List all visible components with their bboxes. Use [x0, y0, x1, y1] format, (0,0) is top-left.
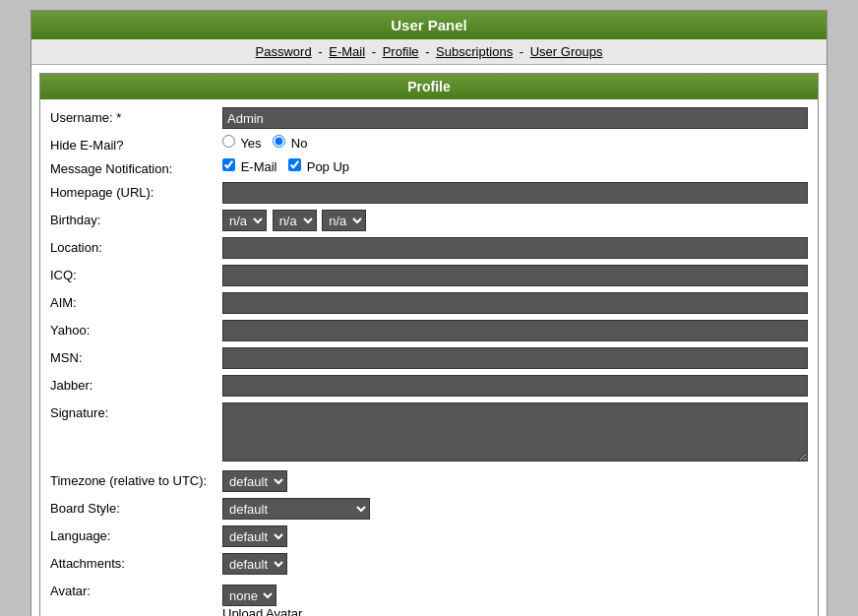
panel-header: User Panel — [31, 11, 827, 39]
board-style-select[interactable]: default — [222, 498, 370, 520]
jabber-row: Jabber: — [50, 375, 808, 397]
birthday-label: Birthday: — [50, 210, 222, 227]
nav-profile[interactable]: Profile — [383, 44, 419, 59]
msn-label: MSN: — [50, 347, 222, 365]
nav-user-groups[interactable]: User Groups — [530, 44, 603, 59]
username-label: Username: * — [50, 107, 222, 125]
panel-title: User Panel — [391, 17, 467, 33]
msn-row: MSN: — [50, 347, 808, 369]
section-header: Profile — [40, 74, 818, 99]
avatar-label: Avatar: — [50, 581, 222, 598]
location-control — [222, 237, 808, 259]
jabber-input[interactable] — [222, 375, 808, 397]
msn-control — [222, 347, 808, 369]
location-input[interactable] — [222, 237, 808, 259]
yahoo-row: Yahoo: — [50, 320, 808, 341]
icq-label: ICQ: — [50, 265, 222, 282]
location-label: Location: — [50, 237, 222, 255]
birthday-row: Birthday: n/a n/a n/a — [50, 210, 808, 231]
yahoo-label: Yahoo: — [50, 320, 222, 338]
signature-label: Signature: — [50, 402, 222, 420]
language-select[interactable]: default — [222, 525, 287, 547]
username-input[interactable] — [222, 107, 808, 129]
avatar-row: Avatar: none Upload Avatar — [50, 581, 808, 616]
hide-email-yes-label: Yes — [222, 136, 265, 151]
nav-email[interactable]: E-Mail — [329, 44, 365, 59]
signature-control — [222, 402, 808, 464]
board-style-label: Board Style: — [50, 498, 222, 516]
jabber-control — [222, 375, 808, 397]
msn-input[interactable] — [222, 347, 808, 369]
homepage-row: Homepage (URL): — [50, 182, 808, 204]
nav-password[interactable]: Password — [256, 44, 312, 59]
homepage-input[interactable] — [222, 182, 808, 204]
board-style-row: Board Style: default — [50, 498, 808, 520]
upload-avatar-link[interactable]: Upload Avatar — [222, 606, 302, 616]
avatar-control: none Upload Avatar — [222, 585, 808, 616]
aim-row: AIM: — [50, 292, 808, 314]
notification-email-label: E-Mail — [222, 159, 280, 174]
attachments-select[interactable]: default — [222, 553, 287, 575]
icq-input[interactable] — [222, 265, 808, 286]
attachments-control: default — [222, 553, 808, 575]
message-notification-control: E-Mail Pop Up — [222, 158, 808, 174]
outer-panel: User Panel Password - E-Mail - Profile -… — [31, 10, 827, 616]
message-notification-row: Message Notification: E-Mail Pop Up — [50, 158, 808, 176]
timezone-row: Timezone (relative to UTC): default — [50, 470, 808, 492]
icq-control — [222, 265, 808, 286]
hide-email-row: Hide E-Mail? Yes No — [50, 135, 808, 153]
birthday-month-select[interactable]: n/a — [222, 210, 267, 231]
attachments-row: Attachments: default — [50, 553, 808, 575]
aim-label: AIM: — [50, 292, 222, 310]
jabber-label: Jabber: — [50, 375, 222, 393]
section-title: Profile — [407, 79, 451, 94]
hide-email-no-radio[interactable] — [273, 135, 285, 148]
homepage-label: Homepage (URL): — [50, 182, 222, 200]
signature-row: Signature: — [50, 402, 808, 464]
board-style-control: default — [222, 498, 808, 520]
timezone-select[interactable]: default — [222, 470, 287, 492]
hide-email-yes-radio[interactable] — [222, 135, 235, 148]
attachments-label: Attachments: — [50, 553, 222, 571]
location-row: Location: — [50, 237, 808, 259]
username-row: Username: * — [50, 107, 808, 129]
language-row: Language: default — [50, 525, 808, 547]
nav-subscriptions[interactable]: Subscriptions — [436, 44, 513, 59]
username-control — [222, 107, 808, 129]
aim-control — [222, 292, 808, 314]
aim-input[interactable] — [222, 292, 808, 314]
icq-row: ICQ: — [50, 265, 808, 286]
yahoo-input[interactable] — [222, 320, 808, 341]
notification-email-checkbox[interactable] — [222, 158, 235, 171]
signature-textarea[interactable] — [222, 402, 808, 462]
hide-email-control: Yes No — [222, 135, 808, 151]
language-control: default — [222, 525, 808, 547]
inner-panel: Profile Username: * Hide E-Mail? Yes — [39, 73, 819, 616]
homepage-control — [222, 182, 808, 204]
avatar-select[interactable]: none — [222, 585, 276, 606]
yahoo-control — [222, 320, 808, 341]
language-label: Language: — [50, 525, 222, 543]
birthday-control: n/a n/a n/a — [222, 210, 808, 231]
notification-popup-label: Pop Up — [288, 159, 349, 174]
birthday-year-select[interactable]: n/a — [322, 210, 366, 231]
timezone-control: default — [222, 470, 808, 492]
hide-email-no-label: No — [273, 136, 307, 151]
message-notification-label: Message Notification: — [50, 158, 222, 176]
timezone-label: Timezone (relative to UTC): — [50, 470, 222, 488]
nav-bar: Password - E-Mail - Profile - Subscripti… — [31, 39, 827, 65]
birthday-day-select[interactable]: n/a — [273, 210, 317, 231]
notification-popup-checkbox[interactable] — [288, 158, 301, 171]
form-area: Username: * Hide E-Mail? Yes No — [40, 99, 818, 616]
hide-email-label: Hide E-Mail? — [50, 135, 222, 153]
